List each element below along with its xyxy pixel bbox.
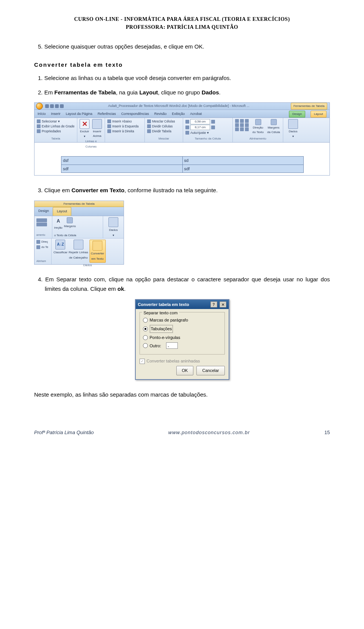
small-ribbon-tabs: Design Layout xyxy=(35,207,124,216)
btn-excluir[interactable]: ✕ Excluir▾ xyxy=(80,119,89,139)
figure-ribbon-dados: Ferramentas de Tabela Design Layout amen… xyxy=(34,201,330,265)
cell: sdf xyxy=(182,165,304,173)
close-button[interactable]: ✕ xyxy=(220,301,226,307)
btn-inserir-acima-big[interactable]: Inserir Acima xyxy=(92,119,102,138)
help-button[interactable]: ? xyxy=(210,301,217,307)
group-dados: Dados▾ xyxy=(283,118,303,142)
split-cells-icon xyxy=(147,124,151,128)
step4-pre: 4. Em Separar texto com, clique na opção… xyxy=(38,276,330,292)
office-orb-icon[interactable] xyxy=(36,103,43,110)
cancel-button[interactable]: Cancelar xyxy=(196,366,224,375)
tab-acrobat[interactable]: Acrobat xyxy=(190,111,202,118)
dialog-body: Separar texto com Marcas de parágrafo Ta… xyxy=(136,309,229,379)
separator-groupbox: Separar texto com Marcas de parágrafo Ta… xyxy=(140,312,225,354)
insert-right-icon xyxy=(107,129,111,133)
chk-tabelas-aninhadas: Converter tabelas aninhadas xyxy=(140,358,225,365)
radio-tabulacoes[interactable]: Tabulações xyxy=(143,325,221,333)
quick-access-toolbar[interactable] xyxy=(45,104,64,108)
tab-layout-pagina[interactable]: Layout da Página xyxy=(66,111,93,118)
group-linhas-colunas: Inserir Abaixo Inserir à Esquerda Inseri… xyxy=(105,118,145,142)
btn-propriedades[interactable]: Propriedades xyxy=(37,129,74,133)
header-line1: CURSO ON-LINE - INFORMÁTICA PARA ÁREA FI… xyxy=(34,15,330,23)
group-tamanho-label: Tamanho da Célula xyxy=(185,136,230,142)
tab-inicio[interactable]: Início xyxy=(38,111,46,118)
ribbon-tabs: Início Inserir Layout da Página Referênc… xyxy=(35,110,329,118)
step-4: 4. Em Separar texto com, clique na opção… xyxy=(34,275,330,294)
radio-ponto-virgulas[interactable]: Ponto-e-vírgulas xyxy=(143,334,221,341)
btn-dividir-celulas[interactable]: Dividir Células xyxy=(147,124,175,129)
checkbox-icon xyxy=(140,359,145,364)
step2-mid1: , na guia xyxy=(116,89,140,96)
sort-icon: A↓Z xyxy=(55,240,65,249)
btn-margens-small[interactable]: Margens xyxy=(64,217,76,231)
cell: dsf xyxy=(61,157,183,165)
btn-selecionar[interactable]: Selecionar ▾ xyxy=(37,119,74,124)
btn-inserir-esquerda[interactable]: Inserir à Esquerda xyxy=(107,124,138,129)
align-grid-small[interactable] xyxy=(36,218,50,226)
lbl-amento: amento xyxy=(36,233,50,238)
step2-pre: 2. Em xyxy=(38,89,54,96)
radio-icon xyxy=(143,326,148,331)
tab-design[interactable]: Design xyxy=(289,111,305,118)
lbl-alinham: Alinham xyxy=(36,259,49,264)
distribute-cols-icon xyxy=(211,125,215,129)
tab-layout-small[interactable]: Layout xyxy=(53,207,71,215)
btn-repetir-linhas[interactable]: Repetir Linhasde Cabeçalho xyxy=(69,240,88,263)
btn-dados[interactable]: Dados▾ xyxy=(288,119,298,139)
group-lc-label: Linhas e Colunas xyxy=(80,139,102,150)
step4-end: . xyxy=(124,285,126,292)
header-line2: PROFESSORA: PATRÍCIA LIMA QUINTÃO xyxy=(34,23,330,31)
small-ribbon: Ferramentas de Tabela Design Layout amen… xyxy=(34,201,124,265)
pointer-icon xyxy=(37,119,41,123)
footer-page-number: 15 xyxy=(325,430,330,435)
group-mesclar: Mesclar Células Dividir Células Dividir … xyxy=(145,118,183,142)
tab-inserir[interactable]: Inserir xyxy=(51,111,61,118)
radio-outro[interactable]: Outro: - xyxy=(143,342,221,350)
btn-inserir-direita[interactable]: Inserir à Direita xyxy=(107,129,138,133)
tab-referencias[interactable]: Referências xyxy=(98,111,116,118)
footer-url: www.pontodosconcursos.com.br xyxy=(168,430,250,435)
btn-mesclar-celulas[interactable]: Mesclar Células xyxy=(147,119,175,124)
delete-icon: ✕ xyxy=(80,119,89,129)
btn-classificar[interactable]: A↓ZClassificar xyxy=(53,240,67,263)
tab-exibicao[interactable]: Exibição xyxy=(172,111,185,118)
btn-direcao-small[interactable]: Aireção xyxy=(54,217,63,231)
step3-end: , conforme ilustrado na tela seguinte. xyxy=(124,187,218,193)
table-row: dsfsd xyxy=(61,157,304,165)
radio-icon xyxy=(143,318,148,323)
tab-revisao[interactable]: Revisão xyxy=(154,111,167,118)
split-table-icon xyxy=(147,129,151,133)
tab-layout[interactable]: Layout xyxy=(311,111,326,118)
step3-pre: 3. Clique em xyxy=(38,187,71,193)
ok-button[interactable]: OK xyxy=(176,366,194,375)
sample-table: dsfsd sdfsdf xyxy=(61,156,304,173)
row-height[interactable]: 0,58 cm xyxy=(185,119,215,124)
grid-icon xyxy=(37,124,41,128)
btn-inserir-abaixo[interactable]: Inserir Abaixo xyxy=(107,119,138,124)
radio-marcas-paragrafo[interactable]: Marcas de parágrafo xyxy=(143,317,221,324)
btn-autoajuste[interactable]: AutoAjuste ▾ xyxy=(185,130,215,135)
btn-dividir-tabela[interactable]: Dividir Tabela xyxy=(147,129,175,133)
btn-margens-celula[interactable]: Margens da Célula xyxy=(267,119,281,135)
group-mesclar-label: Mesclar xyxy=(147,136,180,142)
step4-bold: ok xyxy=(118,285,124,292)
step-2: 2. Em Ferramentas de Tabela, na guia Lay… xyxy=(34,88,330,97)
tab-design-small[interactable]: Design xyxy=(35,207,53,215)
btn-converter-em-texto[interactable]: Converterem Texto xyxy=(89,240,106,263)
step2-bold3: Dados xyxy=(202,89,219,96)
other-input[interactable]: - xyxy=(166,342,178,349)
btn-dados-small[interactable]: Dados▾ xyxy=(105,217,122,238)
lbl-sub: o Texto da Célula xyxy=(54,233,101,238)
footer-author: Profª Patrícia Lima Quintão xyxy=(34,430,94,435)
group-alinhamento-label: Alinhamento xyxy=(235,136,281,142)
step2-bold2: Layout xyxy=(139,89,158,96)
dialog-titlebar: Converter tabela em texto ? ✕ xyxy=(136,300,229,309)
ribbon-groups: Selecionar ▾ Exibir Linhas de Grade Prop… xyxy=(35,118,329,142)
tab-correspondencias[interactable]: Correspondências xyxy=(121,111,149,118)
btn-direcao-texto[interactable]: Direção do Texto xyxy=(252,119,264,135)
alignment-grid[interactable] xyxy=(235,119,249,131)
btn-exibir-grade[interactable]: Exibir Linhas de Grade xyxy=(37,124,74,129)
text-direction-icon xyxy=(255,119,261,125)
convert-to-text-icon xyxy=(93,241,102,251)
col-width[interactable]: 8,17 cm xyxy=(185,125,215,130)
